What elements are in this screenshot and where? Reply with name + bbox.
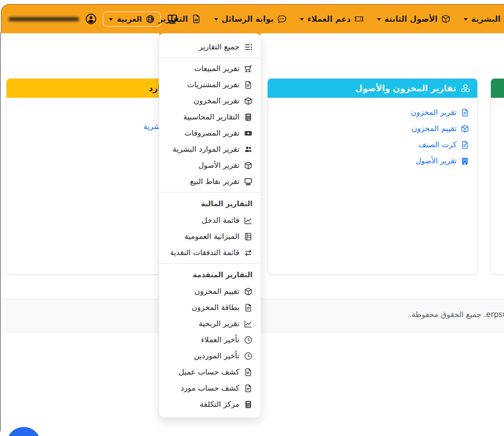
file-icon: [461, 141, 469, 149]
nav-item-label: دعم العملاء: [307, 15, 351, 24]
nav-item-label: بوابة الرسائل: [222, 15, 274, 24]
card-link-item-card[interactable]: كرت الصنف: [268, 137, 469, 153]
menu-item-balance-sheet[interactable]: الميزانية العمومية: [159, 228, 261, 244]
menu-section-header: التقارير المالية: [159, 195, 261, 212]
menu-item-supplier-statement[interactable]: كشف حساب مورد: [159, 380, 261, 396]
cube-icon: [244, 161, 253, 170]
chevron-down-icon: [300, 18, 304, 21]
file-icon: [244, 384, 253, 393]
card-link-assets-report[interactable]: تقرير الأصول: [268, 153, 469, 169]
cube-icon: [244, 287, 253, 296]
calculator-icon: [244, 400, 253, 409]
cash-icon: [244, 129, 253, 138]
calculator-icon: [244, 113, 253, 121]
menu-item-label: كشف حساب عميل: [179, 367, 239, 377]
file-icon: [461, 108, 469, 117]
chart-icon: [244, 216, 253, 225]
window-left-border: [0, 32, 1, 431]
nav-item-support[interactable]: دعم العملاء: [300, 14, 364, 24]
menu-item-cash-flow[interactable]: قائمة التدفقات النقدية: [159, 244, 261, 261]
card-inventory-links: تقرير المخزونتقييم المخزونكرت الصنفتقرير…: [268, 98, 477, 169]
cart-icon: [244, 65, 253, 73]
chevron-down-icon: [377, 18, 381, 21]
menu-item-label: تقرير المشتريات: [187, 80, 239, 89]
card-link-label: كرت الصنف: [418, 140, 457, 149]
building-icon: [461, 157, 469, 165]
arrows-icon: [244, 248, 253, 257]
menu-item-all-reports[interactable]: جميع التقارير: [159, 39, 261, 55]
menu-item-pos-report[interactable]: تقرير نقاط البيع: [159, 173, 261, 190]
language-selector-button[interactable]: العربية: [103, 12, 161, 27]
file-icon: [244, 368, 253, 377]
top-navbar: الموارد البشريةالأصول الثابتةدعم العملاء…: [1, 4, 504, 33]
card-inventory-assets: تقارير المخزون والأصول تقرير المخزونتقيي…: [267, 78, 478, 275]
main-nav-menu: الموارد البشريةالأصول الثابتةدعم العملاء…: [151, 5, 504, 33]
reports-dropdown-menu: جميع التقاريرتقرير المبيعاتتقرير المشتري…: [159, 33, 261, 418]
menu-item-label: الميزانية العمومية: [184, 232, 239, 241]
menu-item-inventory-card[interactable]: بطاقة المخزون: [159, 299, 261, 316]
pos-terminal-icon[interactable]: [167, 14, 178, 25]
menu-item-customer-statement[interactable]: كشف حساب عميل: [159, 364, 261, 380]
card-inventory-header: تقارير المخزون والأصول: [268, 79, 477, 98]
menu-item-expenses-report[interactable]: تقرير المصروفات: [159, 125, 261, 141]
file-icon: [244, 81, 253, 89]
menu-item-label: قائمة التدفقات النقدية: [170, 248, 239, 257]
menu-item-assets-report[interactable]: تقرير الأصول: [159, 157, 261, 173]
pos-icon: [244, 177, 253, 186]
menu-item-label: تقرير الربحية: [199, 319, 239, 328]
menu-section-header: التقارير المتقدمة: [159, 266, 261, 283]
menu-item-inventory-report[interactable]: تقرير المخزون: [159, 93, 261, 109]
clock-icon: [244, 336, 253, 344]
menu-item-label: تأخير العملاء: [201, 335, 239, 344]
menu-item-cost-center[interactable]: مركز التكلفة: [159, 396, 261, 412]
menu-item-label: جميع التقارير: [199, 42, 239, 51]
nav-item-hr[interactable]: الموارد البشرية: [464, 14, 504, 24]
menu-item-label: بطاقة المخزون: [192, 303, 239, 312]
chart-icon: [244, 320, 253, 328]
card-link-label: تقييم المخزون: [412, 124, 457, 133]
nav-item-messages[interactable]: بوابة الرسائل: [214, 14, 287, 24]
menu-item-inventory-valuation[interactable]: تقييم المخزون: [159, 283, 261, 299]
menu-item-label: تقرير الموارد البشرية: [173, 145, 239, 154]
menu-item-label: تقرير المبيعات: [194, 64, 239, 73]
nav-item-assets[interactable]: الأصول الثابتة: [377, 14, 451, 24]
globe-icon: [146, 15, 155, 24]
cube-icon: [441, 14, 451, 24]
person-circle-icon[interactable]: [85, 13, 97, 25]
card-link-inventory-valuation[interactable]: تقييم المخزون: [268, 120, 469, 137]
card-inventory-title: تقارير المخزون والأصول: [355, 84, 456, 93]
boxes-icon: [461, 84, 470, 93]
menu-item-supplier-delays[interactable]: تأخير الموردين: [159, 348, 261, 364]
menu-item-label: تأخير الموردين: [194, 351, 239, 360]
menu-item-label: تقرير نقاط البيع: [190, 177, 239, 186]
language-label: العربية: [117, 15, 142, 24]
file-icon: [244, 303, 253, 312]
chat-widget-button[interactable]: [7, 427, 41, 436]
menu-item-customer-delays[interactable]: تأخير العملاء: [159, 332, 261, 348]
cube-icon: [461, 124, 469, 133]
menu-item-sales-report[interactable]: تقرير المبيعات: [159, 60, 261, 77]
user-name-redacted: [9, 17, 79, 21]
menu-item-label: تقرير المخزون: [194, 96, 239, 105]
menu-item-label: كشف حساب مورد: [180, 384, 239, 393]
menu-item-label: قائمة الدخل: [202, 216, 239, 225]
chevron-down-icon: [214, 18, 218, 21]
menu-item-hr-report[interactable]: تقرير الموارد البشرية: [159, 141, 261, 157]
clock-icon: [244, 352, 253, 360]
menu-item-label: التقارير المحاسبية: [183, 112, 239, 121]
journal-icon: [244, 232, 253, 241]
card-link-label: تقرير المخزون: [411, 108, 457, 117]
menu-item-label: مركز التكلفة: [200, 400, 239, 409]
chat-icon: [277, 14, 287, 24]
menu-divider: [159, 57, 261, 58]
card-link-inventory-report[interactable]: تقرير المخزون: [268, 104, 469, 120]
menu-item-profitability[interactable]: تقرير الربحية: [159, 316, 261, 332]
menu-item-accounting-reports[interactable]: التقارير المحاسبية: [159, 109, 261, 125]
menu-item-purchases-report[interactable]: تقرير المشتريات: [159, 77, 261, 93]
card-right-header: [491, 79, 504, 98]
menu-item-label: تقرير المصروفات: [184, 129, 239, 138]
card-right-partial: [490, 78, 504, 275]
cube-icon: [244, 97, 253, 105]
menu-item-income-statement[interactable]: قائمة الدخل: [159, 212, 261, 228]
menu-item-label: تقييم المخزون: [195, 287, 239, 296]
